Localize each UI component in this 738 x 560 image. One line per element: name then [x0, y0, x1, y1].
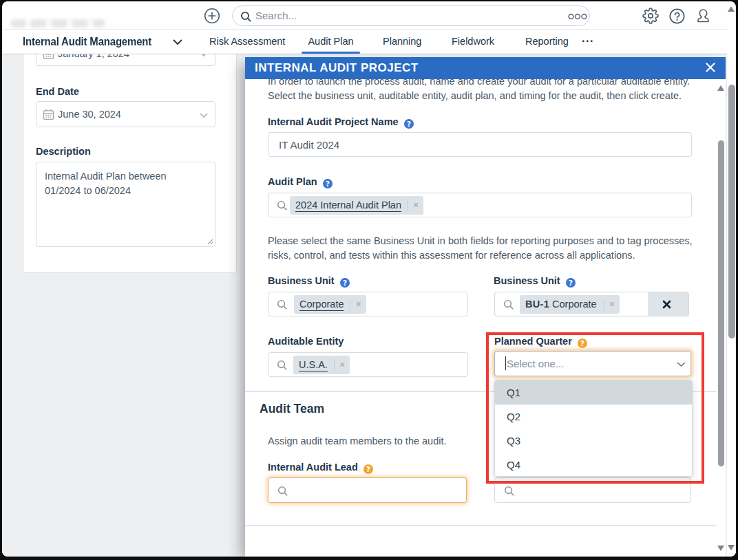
- business-unit-right-field[interactable]: BU-1 Corporate×: [494, 292, 689, 316]
- remove-tag-icon[interactable]: ×: [408, 196, 423, 214]
- modal-note-line2: risks, control, and tests within this as…: [268, 248, 635, 263]
- app-name-label: Internal Audit Management: [23, 35, 151, 48]
- description-label: Description: [36, 146, 91, 157]
- search-icon: [240, 11, 252, 23]
- modal-scrollbar[interactable]: [716, 79, 726, 557]
- start-date-value: January 1, 2024: [58, 54, 129, 59]
- auditable-entity-label: Auditable Entity: [268, 336, 344, 347]
- scroll-up-arrow[interactable]: [717, 85, 724, 91]
- audit-team-heading: Audit Team: [260, 402, 324, 416]
- remove-tag-icon[interactable]: ×: [604, 295, 620, 313]
- audit-plan-form-card: January 1, 2024 End Date June 30, 2024 D…: [23, 54, 237, 273]
- page-scrollbar-thumb[interactable]: [728, 85, 735, 338]
- project-name-input[interactable]: IT Audit 2024: [268, 132, 692, 157]
- app-switcher[interactable]: Internal Audit Management: [23, 30, 151, 54]
- more-options-icon[interactable]: [568, 13, 587, 20]
- project-name-label: Internal Audit Project Name?: [268, 116, 414, 129]
- help-tooltip-icon[interactable]: ?: [404, 119, 414, 129]
- project-name-value: IT Audit 2024: [279, 139, 339, 151]
- user-profile-icon[interactable]: [695, 8, 711, 24]
- modal-note-line1: Please select the same Business Unit in …: [268, 234, 693, 248]
- scroll-down-arrow[interactable]: [717, 546, 724, 551]
- create-plus-icon[interactable]: [204, 8, 220, 24]
- footer-divider: [245, 525, 717, 526]
- help-tooltip-icon[interactable]: ?: [340, 278, 350, 288]
- search-icon: [277, 360, 288, 371]
- remove-tag-icon[interactable]: ×: [350, 295, 366, 313]
- search-placeholder: Search...: [255, 10, 297, 21]
- help-icon[interactable]: [669, 8, 685, 24]
- app-window: { "icons": {"help_glyph": "?"}, "topbar"…: [0, 0, 738, 560]
- resize-handle[interactable]: [207, 238, 213, 245]
- app-logo: [10, 19, 105, 28]
- settings-gear-icon[interactable]: [642, 8, 659, 24]
- application-nav-bar: Internal Audit Management Risk Assessmen…: [2, 30, 736, 54]
- chevron-down-icon[interactable]: [200, 113, 208, 118]
- remove-tag-icon[interactable]: ×: [335, 356, 350, 374]
- end-date-label: End Date: [36, 86, 79, 97]
- internal-audit-lead-label: Internal Audit Lead?: [268, 462, 373, 474]
- active-tab-underline: [302, 52, 360, 54]
- search-icon: [277, 200, 288, 211]
- tab-reporting[interactable]: Reporting: [525, 30, 564, 54]
- modal-intro-line2: Select the business unit, auditable enti…: [268, 89, 682, 103]
- start-date-input[interactable]: January 1, 2024: [36, 54, 215, 66]
- modal-title: INTERNAL AUDIT PROJECT: [255, 57, 419, 79]
- app-switcher-chevron-icon[interactable]: [173, 39, 182, 45]
- global-search-bar[interactable]: Search...: [232, 6, 590, 26]
- modal-scrollbar-thumb[interactable]: [718, 140, 724, 466]
- end-date-input[interactable]: June 30, 2024: [36, 101, 215, 127]
- help-tooltip-icon[interactable]: ?: [566, 278, 576, 288]
- auditable-entity-tag[interactable]: U.S.A.×: [293, 356, 350, 374]
- tab-more[interactable]: ...: [580, 30, 596, 54]
- description-value: Internal Audit Plan between 01/2024 to 0…: [45, 169, 202, 198]
- calendar-icon: [43, 54, 54, 60]
- internal-audit-lead-field[interactable]: [268, 477, 467, 503]
- search-icon: [503, 299, 514, 310]
- scroll-down-arrow[interactable]: [728, 545, 735, 550]
- help-tooltip-icon-orange[interactable]: ?: [363, 464, 374, 475]
- audit-team-description: Assign audit team members to the audit.: [268, 434, 447, 449]
- description-textarea[interactable]: Internal Audit Plan between 01/2024 to 0…: [36, 162, 215, 247]
- tag-prefix: BU-1: [525, 299, 549, 310]
- tab-audit-plan[interactable]: Audit Plan: [308, 30, 354, 54]
- end-date-value: June 30, 2024: [58, 109, 121, 120]
- scroll-up-arrow[interactable]: [728, 6, 735, 12]
- help-tooltip-icon[interactable]: ?: [323, 179, 333, 189]
- modal-intro-line1: In order to launch the process audit, na…: [268, 79, 690, 89]
- audit-plan-label: Audit Plan?: [268, 176, 333, 189]
- modal-body: In order to launch the process audit, na…: [245, 79, 717, 557]
- top-header-bar: Search...: [2, 1, 736, 30]
- calendar-icon: [43, 109, 54, 120]
- business-unit-right-tag[interactable]: BU-1 Corporate×: [520, 295, 620, 314]
- business-unit-left-field[interactable]: Corporate×: [268, 292, 468, 316]
- search-icon: [277, 486, 288, 497]
- modal-header: INTERNAL AUDIT PROJECT: [245, 57, 726, 79]
- business-unit-right-label: Business Unit?: [494, 275, 576, 288]
- tab-fieldwork[interactable]: Fieldwork: [452, 30, 492, 54]
- tab-planning[interactable]: Planning: [383, 30, 421, 54]
- page-scrollbar[interactable]: [727, 1, 736, 557]
- search-icon: [277, 299, 288, 310]
- clear-all-icon[interactable]: [662, 300, 671, 309]
- audit-plan-select-field[interactable]: 2024 Internal Audit Plan×: [268, 193, 692, 217]
- search-icon: [504, 486, 515, 497]
- modal-close-icon[interactable]: [705, 62, 716, 73]
- chevron-down-icon: [200, 54, 208, 57]
- audit-plan-tag[interactable]: 2024 Internal Audit Plan×: [290, 196, 423, 215]
- auditable-entity-field[interactable]: U.S.A.×: [268, 352, 468, 377]
- business-unit-left-label: Business Unit?: [268, 275, 350, 288]
- tab-risk-assessment[interactable]: Risk Assessment: [209, 30, 278, 54]
- business-unit-left-tag[interactable]: Corporate×: [294, 295, 366, 314]
- annotation-highlight-box: [486, 332, 704, 484]
